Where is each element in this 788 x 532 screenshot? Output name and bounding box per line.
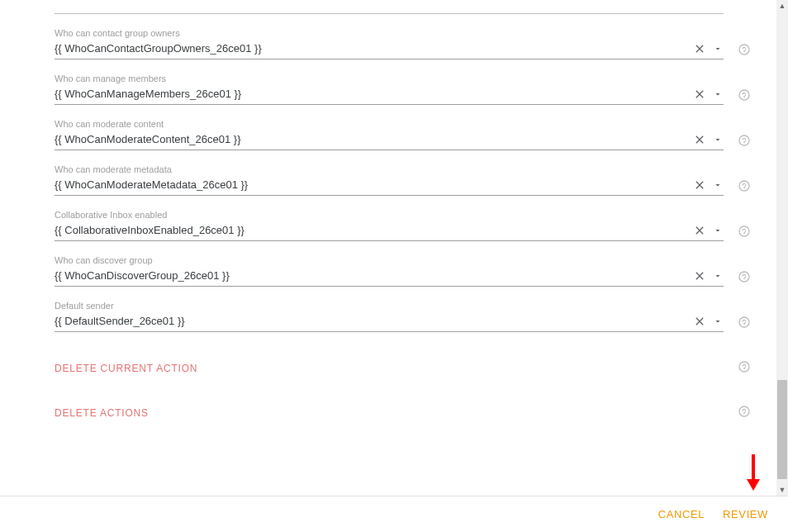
field-value: {{ WhoCanDiscoverGroup_26ce01 }} bbox=[55, 268, 692, 284]
field-label: Default sender bbox=[55, 300, 724, 311]
field-value: {{ CollaborativeInboxEnabled_26ce01 }} bbox=[55, 222, 692, 239]
field-row: Default sender {{ DefaultSender_26ce01 }… bbox=[55, 300, 776, 332]
field-discover-group[interactable]: Who can discover group {{ WhoCanDiscover… bbox=[55, 254, 724, 287]
field-default-sender[interactable]: Default sender {{ DefaultSender_26ce01 }… bbox=[55, 300, 724, 332]
dropdown-caret-icon[interactable] bbox=[712, 88, 724, 100]
delete-actions-button[interactable]: DELETE ACTIONS bbox=[55, 407, 724, 419]
field-collab-inbox[interactable]: Collaborative Inbox enabled {{ Collabora… bbox=[55, 209, 724, 241]
settings-form: Who can contact group owners {{ WhoCanCo… bbox=[0, 0, 776, 496]
help-icon[interactable] bbox=[738, 225, 751, 238]
delete-current-action-button[interactable]: DELETE CURRENT ACTION bbox=[55, 363, 724, 374]
field-contact-owners[interactable]: Who can contact group owners {{ WhoCanCo… bbox=[55, 27, 724, 59]
clear-icon[interactable] bbox=[692, 268, 707, 283]
clear-icon[interactable] bbox=[692, 314, 707, 329]
field-manage-members[interactable]: Who can manage members {{ WhoCanManageMe… bbox=[55, 73, 724, 105]
divider bbox=[55, 13, 724, 14]
field-label: Who can discover group bbox=[55, 254, 724, 266]
dropdown-caret-icon[interactable] bbox=[712, 225, 724, 236]
help-icon[interactable] bbox=[738, 316, 751, 329]
field-label: Who can moderate content bbox=[55, 118, 724, 130]
clear-icon[interactable] bbox=[692, 223, 707, 238]
field-value: {{ WhoCanModerateMetadata_26ce01 }} bbox=[55, 177, 692, 193]
field-value: {{ WhoCanContactGroupOwners_26ce01 }} bbox=[55, 40, 692, 57]
field-moderate-metadata[interactable]: Who can moderate metadata {{ WhoCanModer… bbox=[55, 164, 724, 196]
cancel-button[interactable]: CANCEL bbox=[658, 508, 705, 520]
field-value: {{ WhoCanModerateContent_26ce01 }} bbox=[55, 131, 692, 148]
clear-icon[interactable] bbox=[692, 87, 707, 102]
dropdown-caret-icon[interactable] bbox=[712, 270, 724, 282]
action-row: DELETE ACTIONS bbox=[55, 405, 776, 421]
field-value: {{ DefaultSender_26ce01 }} bbox=[55, 313, 692, 330]
help-icon[interactable] bbox=[738, 43, 751, 56]
scrollbar-thumb[interactable] bbox=[777, 380, 787, 479]
clear-icon[interactable] bbox=[692, 132, 707, 147]
footer-bar: CANCEL REVIEW bbox=[0, 496, 788, 532]
field-row: Who can discover group {{ WhoCanDiscover… bbox=[55, 254, 776, 287]
field-row: Who can manage members {{ WhoCanManageMe… bbox=[55, 73, 776, 105]
field-row: Who can moderate metadata {{ WhoCanModer… bbox=[55, 164, 776, 196]
clear-icon[interactable] bbox=[692, 41, 707, 56]
scroll-down-icon[interactable]: ▼ bbox=[776, 484, 788, 496]
scroll-up-icon[interactable]: ▲ bbox=[776, 0, 788, 12]
clear-icon[interactable] bbox=[692, 178, 707, 192]
field-value: {{ WhoCanManageMembers_26ce01 }} bbox=[55, 86, 692, 102]
field-label: Who can moderate metadata bbox=[55, 164, 724, 175]
action-row: DELETE CURRENT ACTION bbox=[55, 360, 776, 377]
help-icon[interactable] bbox=[738, 134, 751, 147]
dropdown-caret-icon[interactable] bbox=[712, 134, 724, 145]
help-icon[interactable] bbox=[738, 270, 751, 283]
field-row: Who can contact group owners {{ WhoCanCo… bbox=[55, 27, 776, 59]
scrollbar-track[interactable]: ▲ ▼ bbox=[776, 0, 788, 496]
help-icon[interactable] bbox=[738, 88, 751, 102]
help-icon[interactable] bbox=[738, 179, 751, 192]
field-label: Collaborative Inbox enabled bbox=[55, 209, 724, 221]
help-icon[interactable] bbox=[738, 360, 751, 373]
dropdown-caret-icon[interactable] bbox=[712, 179, 724, 191]
field-moderate-content[interactable]: Who can moderate content {{ WhoCanModera… bbox=[55, 118, 724, 150]
field-row: Who can moderate content {{ WhoCanModera… bbox=[55, 118, 776, 150]
review-button[interactable]: REVIEW bbox=[723, 508, 768, 520]
dropdown-caret-icon[interactable] bbox=[712, 316, 724, 327]
field-label: Who can contact group owners bbox=[55, 27, 724, 39]
field-label: Who can manage members bbox=[55, 73, 724, 84]
dropdown-caret-icon[interactable] bbox=[712, 43, 724, 55]
field-row: Collaborative Inbox enabled {{ Collabora… bbox=[55, 209, 776, 241]
help-icon[interactable] bbox=[738, 405, 751, 418]
